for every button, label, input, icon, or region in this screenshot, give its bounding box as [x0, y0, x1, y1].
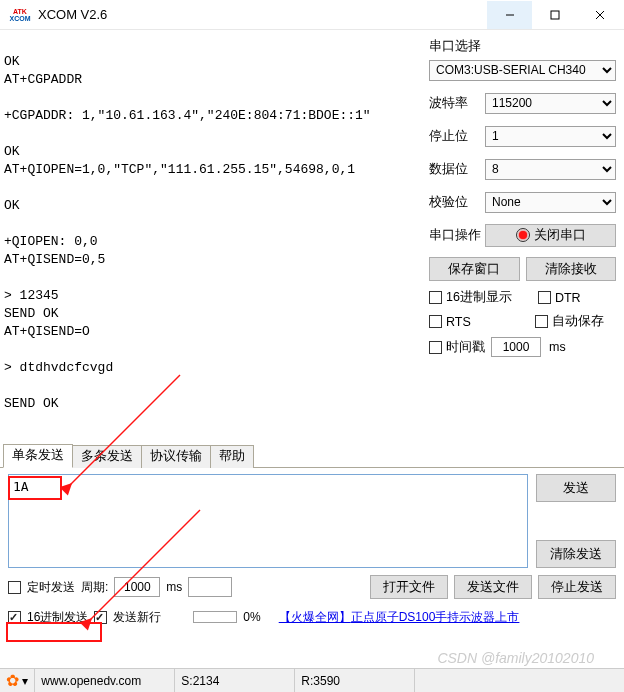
send-input[interactable]: 1A	[8, 474, 528, 568]
hex-display-checkbox[interactable]	[429, 291, 442, 304]
period-unit: ms	[166, 580, 182, 594]
timestamp-label: 时间戳	[446, 339, 485, 356]
progress-text: 0%	[243, 610, 260, 624]
auto-save-label: 自动保存	[552, 313, 604, 330]
tab-multi-send[interactable]: 多条发送	[72, 445, 142, 468]
progress-bar	[193, 611, 237, 623]
window-title: XCOM V2.6	[38, 7, 107, 22]
baud-select[interactable]: 115200	[485, 93, 616, 114]
port-indicator-icon	[516, 228, 530, 242]
close-button[interactable]	[577, 1, 622, 29]
parity-label: 校验位	[429, 194, 485, 211]
port-select[interactable]: COM3:USB-SERIAL CH340	[429, 60, 616, 81]
auto-save-checkbox[interactable]	[535, 315, 548, 328]
recv-counter: R:3590	[295, 669, 415, 692]
receive-terminal[interactable]: OK AT+CGPADDR +CGPADDR: 1,"10.61.163.4",…	[0, 31, 421, 446]
svg-rect-1	[551, 11, 559, 19]
stopbit-select[interactable]: 1	[485, 126, 616, 147]
minimize-button[interactable]	[487, 1, 532, 29]
site-link[interactable]: www.openedv.com	[35, 669, 175, 692]
promo-link[interactable]: 【火爆全网】正点原子DS100手持示波器上市	[279, 609, 520, 626]
settings-gear[interactable]: ✿ ▾	[0, 669, 35, 692]
watermark: CSDN @family20102010	[437, 650, 594, 666]
serial-op-label: 串口操作	[429, 227, 485, 244]
timestamp-checkbox[interactable]	[429, 341, 442, 354]
databit-select[interactable]: 8	[485, 159, 616, 180]
port-section-title: 串口选择	[429, 37, 616, 55]
serial-settings-panel: 串口选择 COM3:USB-SERIAL CH340 波特率115200 停止位…	[421, 31, 624, 446]
baud-label: 波特率	[429, 95, 485, 112]
tab-protocol[interactable]: 协议传输	[141, 445, 211, 468]
rts-label: RTS	[446, 315, 471, 329]
hex-send-checkbox[interactable]	[8, 611, 21, 624]
rts-checkbox[interactable]	[429, 315, 442, 328]
save-window-button[interactable]: 保存窗口	[429, 257, 520, 281]
tab-single-send[interactable]: 单条发送	[3, 444, 73, 468]
statusbar: ✿ ▾ www.openedv.com S:2134 R:3590	[0, 668, 624, 692]
file-path-input[interactable]	[188, 577, 232, 597]
close-port-button[interactable]: 关闭串口	[485, 224, 616, 247]
send-newline-label: 发送新行	[113, 609, 161, 626]
app-icon: ATKXCOM	[8, 5, 32, 25]
send-button[interactable]: 发送	[536, 474, 616, 502]
timer-send-label: 定时发送	[27, 579, 75, 596]
hex-display-label: 16进制显示	[446, 289, 512, 306]
titlebar: ATKXCOM XCOM V2.6	[0, 0, 624, 30]
parity-select[interactable]: None	[485, 192, 616, 213]
maximize-button[interactable]	[532, 1, 577, 29]
tab-help[interactable]: 帮助	[210, 445, 254, 468]
stop-send-button[interactable]: 停止发送	[538, 575, 616, 599]
hex-send-label: 16进制发送	[27, 609, 88, 626]
timestamp-interval-input[interactable]	[491, 337, 541, 357]
send-panel: 1A 发送 清除发送 定时发送 周期: ms 打开文件 发送文件 停止发送 16…	[0, 468, 624, 632]
gear-icon: ✿	[6, 671, 19, 690]
send-tabs: 单条发送 多条发送 协议传输 帮助	[0, 446, 624, 468]
clear-send-button[interactable]: 清除发送	[536, 540, 616, 568]
open-file-button[interactable]: 打开文件	[370, 575, 448, 599]
send-newline-checkbox[interactable]	[94, 611, 107, 624]
timer-send-checkbox[interactable]	[8, 581, 21, 594]
clear-receive-button[interactable]: 清除接收	[526, 257, 617, 281]
period-label: 周期:	[81, 579, 108, 596]
period-input[interactable]	[114, 577, 160, 597]
send-counter: S:2134	[175, 669, 295, 692]
timestamp-unit: ms	[549, 340, 566, 354]
dtr-label: DTR	[555, 291, 581, 305]
dtr-checkbox[interactable]	[538, 291, 551, 304]
data-label: 数据位	[429, 161, 485, 178]
send-file-button[interactable]: 发送文件	[454, 575, 532, 599]
stop-label: 停止位	[429, 128, 485, 145]
